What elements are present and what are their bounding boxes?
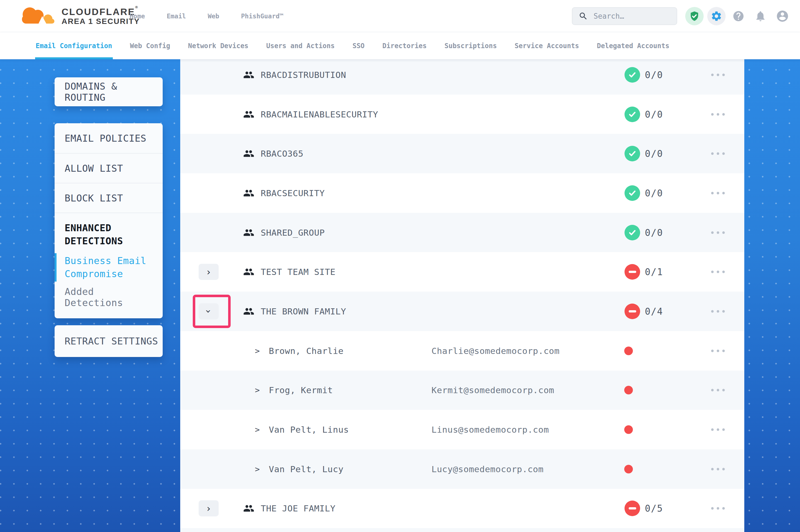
group-row-rbacdistrubution: RBACDISTRUBUTION0/0: [180, 59, 744, 95]
group-people-icon: [242, 305, 256, 317]
group-name: THE JOE FAMILY: [261, 504, 335, 513]
member-count: 0/0: [645, 227, 663, 238]
member-chevron-icon[interactable]: >: [255, 464, 260, 474]
sidebar-item-added-detections[interactable]: Added Detections: [55, 284, 163, 318]
status-dot-blocked: [624, 465, 633, 473]
top-nav-item-web[interactable]: Web: [208, 13, 219, 20]
ellipsis-dot: [722, 429, 725, 431]
expand-chevron-button[interactable]: ›: [199, 500, 219, 516]
row-menu-ellipsis[interactable]: [705, 152, 731, 155]
help-icon[interactable]: [729, 7, 748, 25]
group-name: THE BROWN FAMILY: [261, 306, 346, 316]
sidebar-item-business-email-compromise[interactable]: Business Email Compromise: [55, 253, 163, 282]
groups-table: RBACDISTRUBUTION0/0RBACMAILENABLESECURIT…: [180, 59, 744, 532]
ellipsis-dot: [717, 271, 719, 273]
row-menu-ellipsis[interactable]: [705, 429, 731, 431]
security-shield-icon[interactable]: [685, 7, 704, 25]
ellipsis-dot: [717, 113, 719, 115]
row-menu-ellipsis[interactable]: [705, 271, 731, 273]
ellipsis-dot: [711, 310, 714, 312]
row-menu-ellipsis[interactable]: [705, 468, 731, 470]
ellipsis-dot: [711, 389, 714, 392]
top-nav-item-phishguard[interactable]: PhishGuard™: [241, 13, 283, 20]
top-nav-item-email[interactable]: Email: [167, 13, 186, 20]
top-nav-item-home[interactable]: Home: [129, 13, 145, 20]
tab-directories[interactable]: Directories: [382, 32, 427, 59]
ellipsis-dot: [722, 310, 725, 312]
brand-name: CLOUDFLARE®: [61, 6, 140, 17]
status-badge-ok: [624, 146, 640, 162]
tab-service-accounts[interactable]: Service Accounts: [515, 32, 579, 59]
ellipsis-dot: [711, 192, 714, 194]
ellipsis-dot: [717, 192, 719, 194]
member-email: Kermit@somedemocorp.com: [432, 385, 554, 395]
member-chevron-icon[interactable]: >: [255, 385, 260, 395]
tab-network-devices[interactable]: Network Devices: [188, 32, 249, 59]
ellipsis-dot: [717, 507, 719, 510]
sidebar-policies-card: EMAIL POLICIESALLOW LISTBLOCK LISTENHANC…: [55, 123, 163, 318]
expand-chevron-button[interactable]: ›: [199, 303, 219, 319]
group-name: SHARED_GROUP: [261, 228, 325, 238]
status-dot-blocked: [624, 425, 633, 434]
member-chevron-icon[interactable]: >: [255, 346, 260, 356]
row-menu-ellipsis[interactable]: [705, 113, 731, 115]
tab-web-config[interactable]: Web Config: [130, 32, 170, 59]
search-box[interactable]: [572, 7, 677, 25]
search-input[interactable]: [593, 12, 671, 21]
brand-product: AREA 1 SECURITY: [61, 17, 140, 25]
sidebar-item-email-policies[interactable]: EMAIL POLICIES: [55, 123, 163, 153]
member-email: Charlie@somedemocorp.com: [432, 346, 560, 356]
row-menu-ellipsis[interactable]: [705, 74, 731, 76]
group-name: RBACMAILENABLESECURITY: [261, 109, 378, 119]
expand-chevron-button[interactable]: ›: [199, 264, 219, 280]
settings-gear-icon[interactable]: [707, 7, 726, 25]
member-email: Lucy@somedemocorp.com: [432, 464, 543, 474]
table-row-partial: [180, 528, 744, 532]
user-avatar-icon[interactable]: [773, 7, 792, 25]
member-count: 0/4: [645, 306, 663, 317]
status-badge-ok: [624, 107, 640, 122]
member-count: 0/1: [645, 267, 663, 278]
member-count: 0/0: [645, 69, 663, 80]
member-name: Van Pelt, Linus: [269, 424, 349, 435]
ellipsis-dot: [722, 192, 725, 194]
ellipsis-dot: [722, 152, 725, 155]
chevron-right-icon: ›: [207, 504, 211, 513]
row-menu-ellipsis[interactable]: [705, 349, 731, 352]
top-nav: HomeEmailWebPhishGuard™: [129, 0, 284, 32]
sidebar-item-block-list[interactable]: BLOCK LIST: [55, 183, 163, 213]
top-bar-right: [572, 0, 792, 32]
status-dot-blocked: [624, 346, 633, 355]
group-people-icon: [242, 502, 256, 514]
sidebar-item-retract-settings[interactable]: RETRACT SETTINGS: [55, 325, 163, 357]
tab-delegated-accounts[interactable]: Delegated Accounts: [597, 32, 669, 59]
sidebar-item-domains-routing[interactable]: DOMAINS & ROUTING: [55, 77, 163, 106]
group-row-the-brown-family: ›THE BROWN FAMILY0/4: [180, 291, 744, 331]
cloudflare-cloud-icon: [16, 5, 57, 27]
ellipsis-dot: [722, 468, 725, 470]
row-menu-ellipsis[interactable]: [705, 310, 731, 312]
row-menu-ellipsis[interactable]: [705, 507, 731, 510]
tab-users-and-actions[interactable]: Users and Actions: [266, 32, 335, 59]
member-chevron-icon[interactable]: >: [255, 425, 260, 434]
group-row-shared-group: SHARED_GROUP0/0: [180, 213, 744, 252]
tab-email-configuration[interactable]: Email Configuration: [36, 32, 112, 59]
ellipsis-dot: [722, 74, 725, 76]
tab-subscriptions[interactable]: Subscriptions: [444, 32, 497, 59]
group-name: TEST TEAM SITE: [261, 267, 335, 277]
notifications-bell-icon[interactable]: [751, 7, 770, 25]
member-row-frog-kermit: >Frog, KermitKermit@somedemocorp.com: [180, 370, 744, 410]
group-people-icon: [242, 266, 256, 278]
member-row-brown-charlie: >Brown, CharlieCharlie@somedemocorp.com: [180, 331, 744, 370]
sidebar-item-allow-list[interactable]: ALLOW LIST: [55, 153, 163, 183]
member-count: 0/0: [645, 148, 663, 159]
status-badge-blocked: [624, 500, 640, 516]
row-menu-ellipsis[interactable]: [705, 192, 731, 194]
group-people-icon: [242, 69, 256, 81]
row-menu-ellipsis[interactable]: [705, 231, 731, 234]
status-badge-ok: [624, 225, 640, 241]
tab-sso[interactable]: SSO: [352, 32, 364, 59]
row-menu-ellipsis[interactable]: [705, 389, 731, 392]
ellipsis-dot: [717, 468, 719, 470]
chevron-down-icon: ›: [204, 309, 213, 313]
